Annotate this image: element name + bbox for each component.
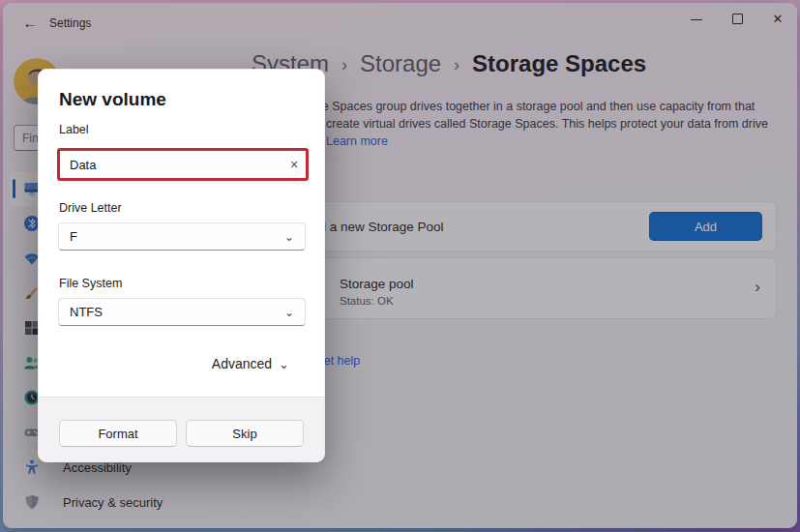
format-button[interactable]: Format [59, 420, 177, 447]
new-volume-dialog: New volume Label ✕ Drive Letter F ⌄ File… [38, 69, 325, 462]
dialog-title: New volume [59, 89, 166, 110]
chevron-down-icon: ⌄ [284, 306, 305, 319]
advanced-label: Advanced [212, 356, 272, 371]
drive-letter-label: Drive Letter [59, 201, 122, 215]
annotation-highlight: ✕ [57, 148, 309, 181]
skip-button[interactable]: Skip [186, 420, 304, 447]
chevron-down-icon: ⌄ [279, 357, 289, 371]
volume-label-input[interactable] [60, 158, 282, 172]
drive-letter-select[interactable]: F ⌄ [58, 222, 306, 251]
drive-letter-value: F [59, 229, 284, 244]
advanced-expander[interactable]: Advanced ⌄ [212, 356, 289, 371]
label-field-label: Label [59, 123, 89, 136]
volume-label-input-wrap: ✕ [60, 151, 306, 178]
settings-window: ← Settings — ✕ System [3, 3, 797, 528]
chevron-down-icon: ⌄ [284, 230, 305, 244]
file-system-label: File System [59, 277, 122, 290]
file-system-value: NTFS [59, 305, 284, 319]
clear-input-icon[interactable]: ✕ [282, 159, 306, 171]
file-system-select[interactable]: NTFS ⌄ [58, 298, 306, 326]
dialog-footer: Format Skip [39, 397, 324, 461]
